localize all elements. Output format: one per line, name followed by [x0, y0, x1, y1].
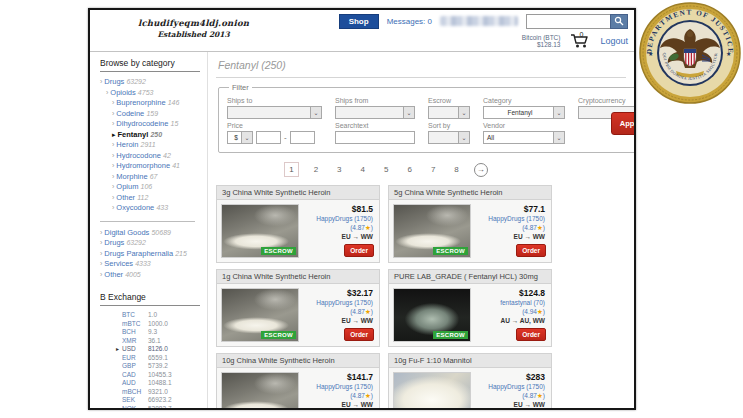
shop-button[interactable]: Shop	[339, 14, 379, 29]
pagination-next-icon[interactable]: →	[474, 163, 488, 177]
exchange-currency-code[interactable]: EUR	[122, 354, 148, 363]
sidebar-category-opium[interactable]: ›Opium 106	[100, 182, 203, 193]
sidebar-category-other[interactable]: ›Other 112	[100, 193, 203, 204]
product-title[interactable]: 10g Fu-F 1:10 Mannitol	[389, 354, 551, 368]
category-link[interactable]: Services	[104, 259, 135, 268]
category-link[interactable]: Other	[116, 193, 137, 202]
product-image-dark-baggie[interactable]: ESCROW	[393, 288, 471, 342]
product-vendor-link[interactable]: fentastynal (70) (4.94★)	[477, 298, 545, 316]
sidebar-category-heroin[interactable]: ›Heroin 2911	[100, 140, 203, 151]
category-link[interactable]: Fentanyl	[118, 130, 151, 139]
exchange-currency-code[interactable]: BCH	[122, 328, 148, 337]
searchtext-input[interactable]	[335, 131, 415, 144]
exchange-rate-row[interactable]: BCH9.3	[116, 328, 203, 337]
category-link[interactable]: Oxycodone	[116, 203, 156, 212]
product-title[interactable]: 5g China White Synthetic Heroin	[389, 186, 551, 200]
category-link[interactable]: Opium	[116, 182, 140, 191]
category-link[interactable]: Other	[104, 270, 125, 279]
exchange-currency-code[interactable]: BTC	[122, 311, 148, 320]
sidebar-category-buprenorphine[interactable]: ›Buprenorphine 146	[100, 98, 203, 109]
exchange-rate-row[interactable]: AUD10488.1	[116, 379, 203, 388]
logout-link[interactable]: Logout	[600, 36, 628, 46]
sidebar-category-oxycodone[interactable]: ›Oxycodone 433	[100, 203, 203, 214]
search-button[interactable]	[610, 14, 628, 29]
product-image-heroin-bag[interactable]: ESCROW	[393, 204, 471, 258]
exchange-currency-code[interactable]: AUD	[122, 379, 148, 388]
category-link[interactable]: Hydrocodone	[116, 151, 163, 160]
apply-filter-button[interactable]: Apply filter	[611, 112, 634, 135]
exchange-currency-code[interactable]: CAD	[122, 371, 148, 380]
exchange-currency-code[interactable]: XMR	[122, 337, 148, 346]
product-vendor-link[interactable]: HappyDrugs (1750) (4.87★)	[477, 214, 545, 232]
pagination-page-2[interactable]: 2	[310, 163, 322, 176]
exchange-currency-code[interactable]: NOK	[122, 405, 148, 411]
exchange-currency-code[interactable]: GBP	[122, 362, 148, 371]
sidebar-category-hydrocodone[interactable]: ›Hydrocodone 42	[100, 151, 203, 162]
currency-select[interactable]: $⌄	[227, 131, 253, 144]
exchange-currency-code[interactable]: mBTC	[122, 320, 148, 329]
product-image-powder-pile[interactable]: ESCROW	[393, 372, 471, 410]
category-link[interactable]: Hydromorphone	[116, 161, 172, 170]
product-title[interactable]: PURE LAB_GRADE ( Fentanyl HCL) 30mg	[389, 270, 551, 284]
category-link[interactable]: Drugs	[104, 238, 126, 247]
product-vendor-link[interactable]: HappyDrugs (1750) (4.87★)	[477, 382, 545, 400]
category-link[interactable]: Buprenorphine	[116, 98, 167, 107]
sidebar-category-codeine[interactable]: ›Codeine 159	[100, 109, 203, 120]
order-button[interactable]: Order	[516, 328, 546, 341]
pagination-page-6[interactable]: 6	[403, 163, 415, 176]
cart-button[interactable]: 0	[570, 33, 590, 49]
messages-link[interactable]: Messages: 0	[387, 17, 432, 26]
sidebar-category-drugs[interactable]: ›Drugs 63292	[100, 77, 203, 88]
category-link[interactable]: Drugs	[104, 77, 126, 86]
order-button[interactable]: Order	[344, 328, 374, 341]
pagination-page-3[interactable]: 3	[333, 163, 345, 176]
order-button[interactable]: Order	[344, 244, 374, 257]
category-link[interactable]: Codeine	[116, 109, 146, 118]
product-vendor-link[interactable]: HappyDrugs (1750) (4.87★)	[305, 298, 373, 316]
price-min-input[interactable]	[256, 131, 281, 144]
exchange-rate-row[interactable]: GBP5739.2	[116, 362, 203, 371]
product-image-heroin-bag[interactable]: ESCROW	[221, 288, 299, 342]
exchange-currency-code[interactable]: USD	[122, 345, 148, 354]
pagination-page-8[interactable]: 8	[450, 163, 462, 176]
ships-from-select[interactable]: ⌄	[335, 106, 415, 119]
sidebar-category-services[interactable]: ›Services 4333	[100, 259, 203, 270]
sidebar-category-drugs-paraphernalia[interactable]: ›Drugs Paraphernalia 215	[100, 249, 203, 260]
order-button[interactable]: Order	[516, 244, 546, 257]
product-image-heroin-bag[interactable]: ESCROW	[221, 204, 299, 258]
exchange-rate-row[interactable]: XMR36.1	[116, 337, 203, 346]
escrow-select[interactable]: ⌄	[428, 106, 470, 119]
product-vendor-link[interactable]: HappyDrugs (1750) (4.87★)	[305, 214, 373, 232]
pagination-page-1[interactable]: 1	[284, 162, 298, 177]
sidebar-category-other[interactable]: ›Other 4005	[100, 270, 203, 281]
sidebar-category-hydromorphone[interactable]: ›Hydromorphone 41	[100, 161, 203, 172]
sidebar-category-dihydrocodeine[interactable]: ›Dihydrocodeine 15	[100, 119, 203, 130]
ships-to-select[interactable]: ⌄	[227, 106, 322, 119]
exchange-rate-row[interactable]: mBTC1000.0	[116, 320, 203, 329]
exchange-rate-row[interactable]: mBCH9321.0	[116, 388, 203, 397]
exchange-rate-row[interactable]: CAD10455.3	[116, 371, 203, 380]
exchange-currency-code[interactable]: mBCH	[122, 388, 148, 397]
price-max-input[interactable]	[290, 131, 315, 144]
category-link[interactable]: Dihydrocodeine	[116, 119, 170, 128]
product-title[interactable]: 10g China White Synthetic Heroin	[217, 354, 379, 368]
product-image-heroin-bag[interactable]: ESCROW	[221, 372, 299, 410]
sidebar-category-fentanyl[interactable]: ▸Fentanyl 250	[100, 130, 203, 141]
sidebar-category-opioids[interactable]: ›Opioids 4753	[100, 88, 203, 99]
pagination-page-4[interactable]: 4	[357, 163, 369, 176]
vendor-select[interactable]: All⌄	[483, 131, 565, 144]
sidebar-category-digital-goods[interactable]: ›Digital Goods 50689	[100, 228, 203, 239]
category-link[interactable]: Heroin	[116, 140, 140, 149]
category-link[interactable]: Digital Goods	[104, 228, 151, 237]
exchange-rate-row[interactable]: BTC1.0	[116, 311, 203, 320]
exchange-currency-code[interactable]: SEK	[122, 396, 148, 405]
sidebar-category-morphine[interactable]: ›Morphine 67	[100, 172, 203, 183]
category-link[interactable]: Drugs Paraphernalia	[104, 249, 175, 258]
pagination-page-7[interactable]: 7	[427, 163, 439, 176]
search-input[interactable]	[526, 14, 610, 29]
category-link[interactable]: Morphine	[116, 172, 149, 181]
product-vendor-link[interactable]: HappyDrugs (1750) (4.87★)	[305, 382, 373, 400]
pagination-page-5[interactable]: 5	[380, 163, 392, 176]
sidebar-category-drugs[interactable]: ›Drugs 63292	[100, 238, 203, 249]
product-title[interactable]: 3g China White Synthetic Heroin	[217, 186, 379, 200]
